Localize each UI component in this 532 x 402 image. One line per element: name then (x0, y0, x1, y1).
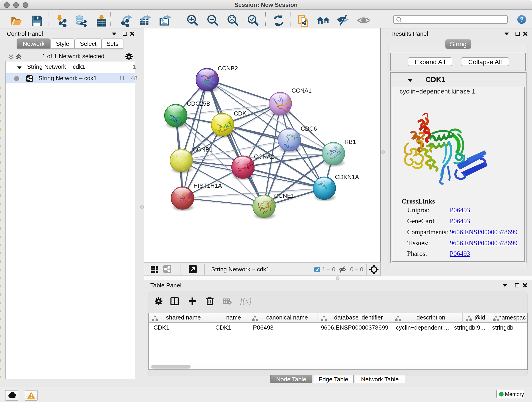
svg-text:CCNB2: CCNB2 (218, 65, 238, 72)
svg-text:CCNB1: CCNB1 (192, 146, 213, 153)
svg-text:RB1: RB1 (344, 138, 356, 145)
svg-text:CDK1: CDK1 (234, 110, 249, 117)
svg-text:CDC25B: CDC25B (187, 100, 210, 107)
svg-text:CDKN1A: CDKN1A (335, 173, 359, 180)
svg-text:HIST1H1A: HIST1H1A (193, 182, 222, 189)
svg-text:CDC6: CDC6 (301, 125, 317, 132)
svg-text:CCNA2: CCNA2 (254, 153, 274, 160)
svg-text:CCNA1: CCNA1 (291, 87, 312, 94)
svg-text:CCNE1: CCNE1 (274, 192, 294, 199)
